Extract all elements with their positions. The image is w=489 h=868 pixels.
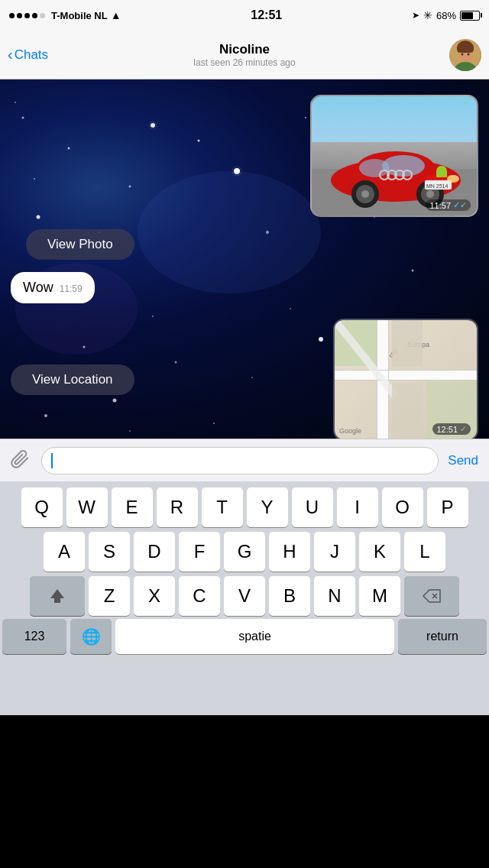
back-button[interactable]: ‹ Chats xyxy=(8,46,48,63)
view-photo-label: View Photo xyxy=(47,237,113,251)
avatar-image xyxy=(449,39,481,71)
svg-marker-81 xyxy=(50,589,64,603)
signal-dots xyxy=(9,13,45,18)
avatar[interactable] xyxy=(449,39,481,71)
key-s[interactable]: S xyxy=(89,532,130,572)
battery-icon xyxy=(460,11,480,21)
key-t[interactable]: T xyxy=(202,487,243,527)
key-y[interactable]: Y xyxy=(247,487,288,527)
message-input-container[interactable] xyxy=(41,447,439,474)
key-x[interactable]: X xyxy=(134,576,175,616)
keyboard-bottom-row: 123 🌐 spatie return xyxy=(0,619,489,660)
photo-bubble[interactable]: MN 2514 11:57 ✓✓ xyxy=(310,95,478,217)
message-timestamp: 11:59 xyxy=(60,283,83,294)
svg-rect-79 xyxy=(392,320,423,366)
svg-point-51 xyxy=(361,190,369,198)
carrier-label: T-Mobile NL xyxy=(51,10,108,21)
battery-percent: 68% xyxy=(436,10,456,21)
key-z[interactable]: Z xyxy=(89,576,130,616)
paperclip-icon xyxy=(11,450,32,471)
messages-container: MN 2514 11:57 ✓✓ View Photo Wow 11:59 Vi… xyxy=(0,79,489,439)
text-cursor xyxy=(51,453,53,468)
send-button[interactable]: Send xyxy=(446,450,480,471)
key-k[interactable]: K xyxy=(359,532,400,572)
map-image: reg Europa xyxy=(335,320,478,439)
clock: 12:51 xyxy=(251,8,282,22)
key-q[interactable]: Q xyxy=(21,487,63,527)
message-text: Wow xyxy=(23,280,53,296)
key-m[interactable]: M xyxy=(359,576,400,616)
svg-rect-73 xyxy=(335,370,478,371)
keyboard-row-1: Q W E R T Y U I O P xyxy=(2,487,487,527)
keyboard-rows: Q W E R T Y U I O P A S D F G H J K L xyxy=(0,481,489,619)
svg-rect-72 xyxy=(388,320,389,439)
return-key[interactable]: return xyxy=(398,619,487,654)
key-r[interactable]: R xyxy=(157,487,198,527)
keyboard-row-2: A S D F G H J K L xyxy=(2,532,487,572)
svg-rect-74 xyxy=(335,380,478,381)
svg-point-47 xyxy=(359,159,390,177)
shift-icon xyxy=(49,588,66,604)
delete-key[interactable] xyxy=(404,576,459,616)
key-p[interactable]: P xyxy=(427,487,468,527)
wifi-icon: ▲ xyxy=(111,9,121,21)
attachment-button[interactable] xyxy=(9,449,34,473)
key-a[interactable]: A xyxy=(44,532,85,572)
status-left: T-Mobile NL ▲ xyxy=(9,9,121,21)
map-time: 12:51 xyxy=(436,425,458,434)
num-key[interactable]: 123 xyxy=(2,619,66,654)
svg-rect-4 xyxy=(457,45,474,53)
back-label: Chats xyxy=(15,47,48,63)
location-map-bubble[interactable]: reg Europa 12:51 ✓ Google xyxy=(333,319,478,439)
nav-bar: ‹ Chats Nicoline last seen 26 minutes ag… xyxy=(0,31,489,79)
status-bar: T-Mobile NL ▲ 12:51 ➤ ✳ 68% xyxy=(0,0,489,31)
photo-time: 11:57 xyxy=(429,201,451,210)
key-c[interactable]: C xyxy=(179,576,220,616)
keyboard: Q W E R T Y U I O P A S D F G H J K L xyxy=(0,481,489,715)
key-d[interactable]: D xyxy=(134,532,175,572)
svg-point-6 xyxy=(468,53,470,55)
shift-key[interactable] xyxy=(30,576,85,616)
received-photo-message[interactable]: MN 2514 11:57 ✓✓ xyxy=(310,95,478,217)
bluetooth-icon: ✳ xyxy=(423,9,432,21)
key-l[interactable]: L xyxy=(404,532,445,572)
key-j[interactable]: J xyxy=(314,532,355,572)
globe-key[interactable]: 🌐 xyxy=(70,619,112,654)
photo-timestamp: 11:57 ✓✓ xyxy=(426,199,471,211)
message-input[interactable] xyxy=(54,453,429,468)
input-bar: Send xyxy=(0,439,489,481)
key-w[interactable]: W xyxy=(66,487,108,527)
location-icon: ➤ xyxy=(412,10,419,21)
space-key[interactable]: spatie xyxy=(115,619,394,654)
svg-point-65 xyxy=(447,175,459,183)
svg-text:MN 2514: MN 2514 xyxy=(426,183,449,189)
key-f[interactable]: F xyxy=(179,532,220,572)
key-u[interactable]: U xyxy=(292,487,333,527)
svg-rect-70 xyxy=(335,370,478,381)
key-o[interactable]: O xyxy=(382,487,423,527)
key-n[interactable]: N xyxy=(314,576,355,616)
location-row: View Location xyxy=(11,319,478,439)
read-checkmarks: ✓✓ xyxy=(453,200,467,210)
key-b[interactable]: B xyxy=(269,576,310,616)
svg-rect-80 xyxy=(392,383,423,436)
key-i[interactable]: I xyxy=(337,487,378,527)
chevron-left-icon: ‹ xyxy=(8,46,13,63)
view-location-button[interactable]: View Location xyxy=(11,364,134,395)
key-g[interactable]: G xyxy=(224,532,265,572)
view-location-label: View Location xyxy=(32,372,113,387)
key-e[interactable]: E xyxy=(112,487,153,527)
sent-text-message: Wow 11:59 xyxy=(11,272,95,303)
nav-center: Nicoline last seen 26 minutes ago xyxy=(193,42,295,68)
key-h[interactable]: H xyxy=(269,532,310,572)
delete-icon xyxy=(423,589,441,603)
nav-subtitle: last seen 26 minutes ago xyxy=(193,57,295,68)
svg-point-61 xyxy=(438,168,441,171)
map-timestamp: 12:51 ✓ xyxy=(432,423,471,435)
svg-point-54 xyxy=(426,190,434,198)
svg-point-5 xyxy=(461,53,464,55)
key-v[interactable]: V xyxy=(224,576,265,616)
nav-title: Nicoline xyxy=(193,42,295,57)
google-label: Google xyxy=(339,427,361,435)
view-photo-button[interactable]: View Photo xyxy=(26,229,134,260)
